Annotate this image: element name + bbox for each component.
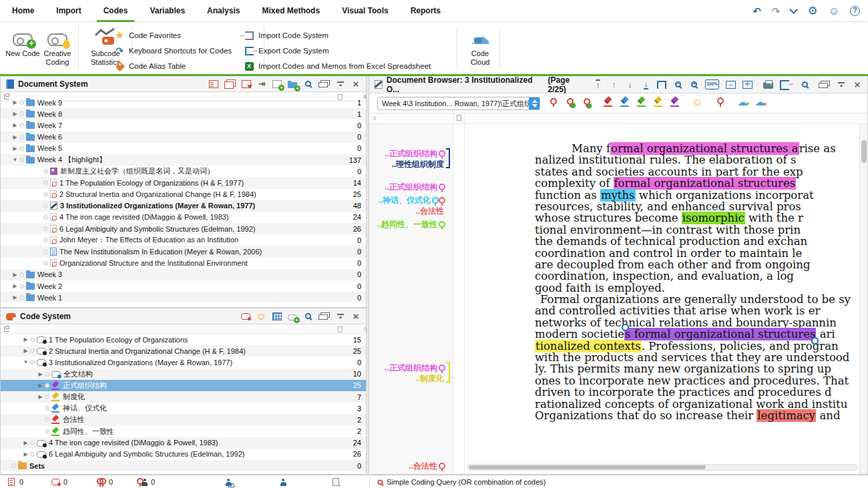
ribbon-button-new-code[interactable]: +New Code	[5, 26, 40, 58]
document-row[interactable]: ▶Week 10	[1, 292, 366, 302]
coding-stripe-label[interactable]: ..神话、仪式化	[369, 195, 444, 206]
code-row[interactable]: ▶全文结构10	[1, 369, 366, 380]
memo-column[interactable]	[454, 124, 465, 474]
expand-arrow-icon[interactable]: ▶	[37, 371, 44, 377]
zoom-out-icon[interactable]: −	[675, 81, 681, 87]
coding-stripe-label[interactable]: ..合法性	[369, 206, 444, 217]
fit-width-icon[interactable]: ↔	[726, 81, 736, 89]
coding-stripe-symbol[interactable]	[439, 150, 444, 159]
status-tool-doc-export[interactable]	[331, 475, 341, 488]
document-row[interactable]: ▶Week 70	[1, 119, 366, 131]
undo-icon[interactable]: ↶	[752, 6, 761, 16]
vertical-scrollbar[interactable]	[859, 124, 867, 474]
status-tool-user[interactable]	[278, 475, 288, 488]
status-counter-code-memo[interactable]: 0	[51, 475, 67, 488]
expand-arrow-icon[interactable]: ▶	[11, 134, 19, 140]
highlighter-purple-icon[interactable]	[670, 97, 680, 107]
menu-tab-codes[interactable]: Codes	[103, 0, 128, 22]
feedback-smiley-icon[interactable]: ☺	[829, 6, 839, 17]
code-selector-dropdown[interactable]: Week 4\3 Institution... Rowan, 1977)\正式组…	[377, 97, 540, 110]
expand-arrow-icon[interactable]: ▶	[11, 99, 19, 105]
expand-arrow-icon[interactable]: ▶	[22, 348, 29, 354]
redo-icon[interactable]: ↷	[772, 6, 781, 16]
coded-segments-icon[interactable]	[241, 313, 250, 320]
code-row[interactable]: ▶制度化7	[1, 391, 366, 403]
scroll-down-icon[interactable]: ↓	[625, 79, 634, 89]
menu-tab-import[interactable]: Import	[56, 0, 81, 22]
print-icon[interactable]	[763, 82, 773, 89]
document-page[interactable]: Many formal organizational structures ar…	[465, 124, 859, 474]
code-row[interactable]: ▶正式组织结构25	[1, 380, 366, 391]
code-row[interactable]: 趋同性、一致性2	[1, 426, 366, 437]
collapse-icon[interactable]: ▲	[337, 314, 344, 318]
menu-tab-reports[interactable]: Reports	[411, 0, 441, 22]
expand-arrow-icon[interactable]: ▶	[11, 294, 19, 300]
document-row[interactable]: ▶Week 60	[1, 132, 366, 143]
ribbon-link-export[interactable]: Export Code System	[244, 45, 329, 56]
search-icon[interactable]	[802, 81, 808, 87]
coding-stripe-symbol[interactable]	[439, 183, 444, 192]
chevron-down-icon[interactable]	[790, 5, 799, 14]
status-tool-user-box[interactable]	[224, 475, 233, 488]
coding-stripe-bracket[interactable]	[446, 148, 450, 168]
ribbon-button-code-cloud[interactable]: ☁Code Cloud	[463, 26, 497, 66]
in-vivo-code-icon[interactable]	[583, 97, 590, 107]
coding-stripe-symbol[interactable]	[432, 196, 437, 206]
vertical-scrollbar-thumb[interactable]	[861, 140, 867, 163]
code-row[interactable]: 神话、仪式化3	[1, 403, 366, 414]
bookmark-icon[interactable]	[657, 81, 666, 89]
highlighter-yellow-icon[interactable]	[654, 97, 663, 107]
ribbon-link-import[interactable]: Import Code System	[244, 30, 329, 41]
emoticode-icon[interactable]: ☺	[692, 97, 702, 107]
memo-manager-icon[interactable]	[209, 80, 218, 88]
cloud-code-add-icon[interactable]: ☁+	[737, 97, 747, 107]
cloud-code-remove-icon[interactable]: ☁×	[754, 97, 765, 107]
codebook-table-icon[interactable]	[272, 312, 282, 320]
horizontal-scrollbar-thumb[interactable]	[469, 465, 706, 469]
code-row[interactable]: Sets0	[1, 460, 366, 471]
undock-icon[interactable]	[819, 83, 828, 88]
ribbon-link-tag[interactable]: Code Alias Table	[115, 61, 186, 71]
coding-stripe-symbol[interactable]	[439, 196, 444, 206]
menu-tab-mixed-methods[interactable]: Mixed Methods	[262, 0, 320, 22]
status-counter-coded-segments[interactable]: 0	[96, 475, 113, 488]
search-icon[interactable]	[305, 313, 311, 319]
coding-stripe-label[interactable]: ..正式组织结构	[369, 182, 444, 193]
import-documents-icon[interactable]: ⇥	[257, 79, 266, 89]
code-with-new-code-icon[interactable]	[567, 97, 572, 107]
document-row[interactable]: 2 Structural Inertia and Organizational …	[1, 189, 366, 200]
expand-arrow-icon[interactable]: ▶	[37, 394, 44, 400]
expand-arrow-icon[interactable]: ▶	[11, 272, 19, 278]
document-row[interactable]: ▶Week 81	[1, 108, 366, 119]
code-row[interactable]: ▶4 The iron cage revisited (DiMaggio & P…	[1, 437, 366, 449]
emoticode-icon[interactable]: ☺	[256, 311, 266, 321]
ribbon-link-excel[interactable]: XImport Codes and Memos from Excel Sprea…	[244, 61, 431, 71]
horizontal-scrollbar[interactable]	[467, 464, 858, 471]
coding-stripe-bracket[interactable]	[446, 362, 450, 383]
scroll-to-bottom-icon[interactable]: ↓	[644, 79, 648, 89]
code-row[interactable]: ▶6 Legal Ambiguity and Symbolic Structur…	[1, 449, 366, 460]
expand-arrow-icon[interactable]: ▶	[11, 122, 19, 128]
document-row[interactable]: 3 Institutionalized Organizations (Mayer…	[1, 200, 366, 212]
coding-stripe-symbol[interactable]	[439, 462, 444, 471]
geolink-icon[interactable]	[717, 97, 722, 107]
document-row[interactable]: 4 The iron cage revisited (DiMaggio & Po…	[1, 212, 366, 223]
help-icon[interactable]: ?	[850, 6, 860, 16]
collapse-arrow-icon[interactable]: ▼	[11, 157, 19, 163]
close-icon[interactable]: ×	[853, 79, 862, 89]
expand-arrow-icon[interactable]: ▶	[11, 111, 19, 117]
close-icon[interactable]: ×	[351, 79, 361, 89]
menu-tab-analysis[interactable]: Analysis	[207, 0, 240, 22]
code-row[interactable]: ▶2 Structural Inertia and Organizational…	[1, 345, 366, 356]
document-row[interactable]: 新制度主义社会学（组织既是名词，又是动词）0	[1, 166, 366, 177]
document-row[interactable]: Organizational Structure and the Institu…	[1, 258, 366, 269]
collapse-icon[interactable]: ▲	[337, 81, 344, 86]
highlighter-blue-icon[interactable]	[620, 97, 630, 107]
status-counter-memo-doc[interactable]: 0	[7, 475, 23, 488]
code-icon[interactable]	[550, 97, 556, 107]
scroll-to-top-icon[interactable]: ↑	[596, 79, 600, 89]
code-row[interactable]: 合法性2	[1, 414, 366, 425]
document-row[interactable]: 1 The Population Ecology of Organization…	[1, 177, 366, 188]
close-icon[interactable]: ×	[351, 311, 361, 321]
expand-arrow-icon[interactable]: ▶	[22, 336, 29, 342]
